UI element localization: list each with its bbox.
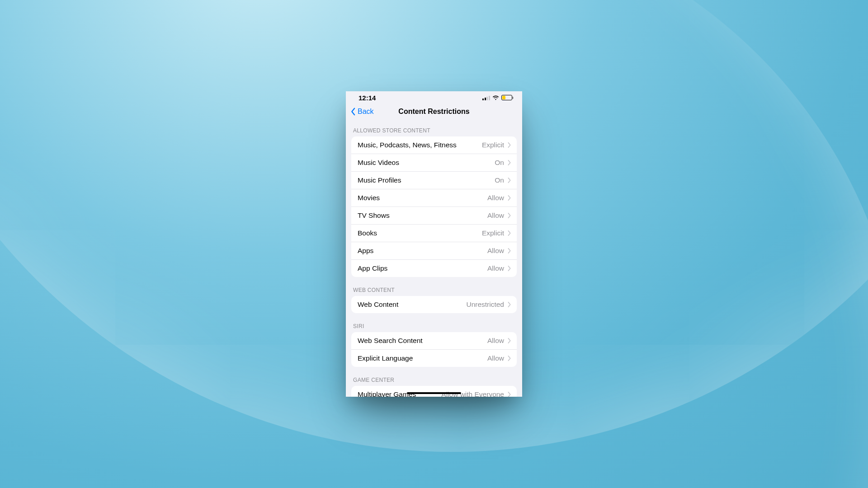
back-button[interactable]: Back <box>350 104 374 119</box>
wifi-icon <box>492 95 499 100</box>
group-siri: Web Search Content Allow Explicit Langua… <box>351 332 517 367</box>
row-label: Web Search Content <box>358 337 423 345</box>
page-title: Content Restrictions <box>398 108 469 116</box>
chevron-right-icon <box>508 266 511 271</box>
row-value: Allow <box>487 354 504 362</box>
row-value: Allow <box>487 247 504 255</box>
row-value: On <box>495 159 504 167</box>
section-header-siri: SIRI <box>346 313 522 332</box>
status-time: 12:14 <box>359 94 376 102</box>
row-value: Explicit <box>482 229 504 237</box>
section-header-store: ALLOWED STORE CONTENT <box>346 119 522 136</box>
row-movies[interactable]: Movies Allow <box>351 189 517 206</box>
settings-scroll[interactable]: ALLOWED STORE CONTENT Music, Podcasts, N… <box>346 119 522 397</box>
battery-icon <box>501 95 514 100</box>
row-music-profiles[interactable]: Music Profiles On <box>351 171 517 189</box>
row-books[interactable]: Books Explicit <box>351 224 517 242</box>
row-label: Books <box>358 229 377 237</box>
section-header-web: WEB CONTENT <box>346 277 522 296</box>
row-label: Music Profiles <box>358 176 401 184</box>
row-value: On <box>495 176 504 184</box>
row-multiplayer[interactable]: Multiplayer Games Allow with Everyone <box>351 386 517 397</box>
back-label: Back <box>358 108 374 116</box>
row-app-clips[interactable]: App Clips Allow <box>351 259 517 277</box>
group-web: Web Content Unrestricted <box>351 296 517 313</box>
row-value: Unrestricted <box>466 300 504 309</box>
row-label: Music Videos <box>358 159 399 167</box>
row-label: Apps <box>358 247 373 255</box>
row-music[interactable]: Music, Podcasts, News, Fitness Explicit <box>351 136 517 154</box>
row-label: Web Content <box>358 300 398 309</box>
chevron-right-icon <box>508 392 511 397</box>
chevron-right-icon <box>508 338 511 343</box>
status-bar: 12:14 <box>346 91 522 104</box>
section-header-game: GAME CENTER <box>346 367 522 386</box>
desktop-wallpaper: 12:14 Back Content Restr <box>0 0 868 488</box>
chevron-right-icon <box>508 142 511 148</box>
row-value: Allow <box>487 337 504 345</box>
cellular-signal-icon <box>482 95 490 100</box>
row-label: TV Shows <box>358 211 390 220</box>
chevron-right-icon <box>508 356 511 361</box>
row-label: Movies <box>358 194 380 202</box>
phone-screen: 12:14 Back Content Restr <box>346 91 522 397</box>
row-label: Music, Podcasts, News, Fitness <box>358 141 457 149</box>
chevron-right-icon <box>508 302 511 307</box>
row-apps[interactable]: Apps Allow <box>351 242 517 259</box>
chevron-right-icon <box>508 213 511 218</box>
row-value: Allow <box>487 211 504 220</box>
row-label: Explicit Language <box>358 354 413 362</box>
chevron-right-icon <box>508 178 511 183</box>
row-web-content[interactable]: Web Content Unrestricted <box>351 296 517 313</box>
chevron-right-icon <box>508 160 511 165</box>
row-explicit-language[interactable]: Explicit Language Allow <box>351 349 517 367</box>
nav-bar: Back Content Restrictions <box>346 104 522 119</box>
chevron-left-icon <box>350 108 356 116</box>
chevron-right-icon <box>508 248 511 253</box>
chevron-right-icon <box>508 195 511 201</box>
status-right <box>482 95 513 100</box>
row-tv[interactable]: TV Shows Allow <box>351 206 517 224</box>
chevron-right-icon <box>508 230 511 236</box>
row-web-search[interactable]: Web Search Content Allow <box>351 332 517 349</box>
row-label: App Clips <box>358 264 387 272</box>
group-store: Music, Podcasts, News, Fitness Explicit … <box>351 136 517 277</box>
row-music-videos[interactable]: Music Videos On <box>351 154 517 171</box>
row-value: Allow <box>487 194 504 202</box>
group-game: Multiplayer Games Allow with Everyone <box>351 386 517 397</box>
row-value: Explicit <box>482 141 504 149</box>
home-indicator[interactable] <box>407 392 461 394</box>
row-value: Allow <box>487 264 504 272</box>
